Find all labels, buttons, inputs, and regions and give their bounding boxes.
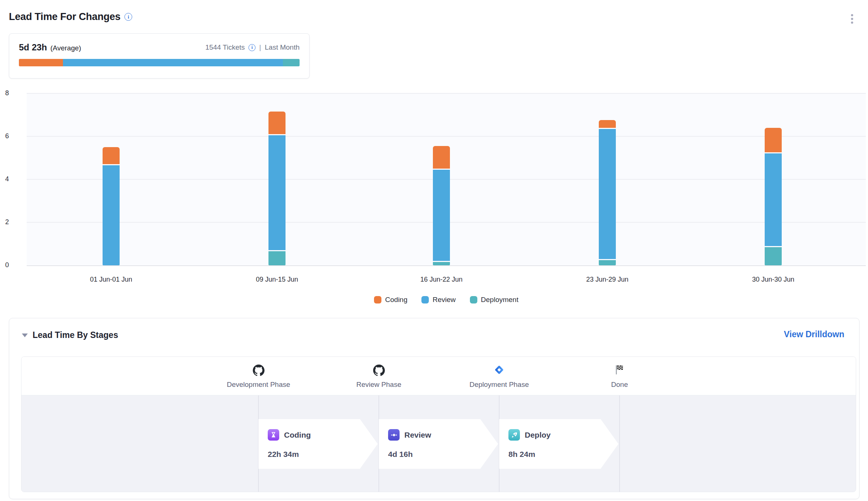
period-label: Last Month [265,43,300,52]
column-divider [619,395,620,492]
segment-coding [599,120,616,127]
checkered-flag-icon [571,364,668,377]
segment-review [599,129,616,259]
x-tick-label: 16 Jun-22 Jun [386,276,497,283]
rocket-icon [508,429,520,441]
summary-bar-segment-review [63,59,283,66]
y-tick-label: 8 [5,89,19,97]
x-tick-label: 30 Jun-30 Jun [718,276,829,283]
legend-label: Review [433,296,455,304]
phase-label: Deployment Phase [451,381,547,389]
stages-title: Lead Time By Stages [33,330,118,340]
segment-deployment [599,260,616,266]
stage-duration: 4d 16h [388,450,498,459]
stage-duration: 8h 24m [508,450,618,459]
legend-chip [374,296,381,303]
bar-16 Jun-22 Jun[interactable] [433,93,450,265]
stacked-bar-chart [27,93,866,265]
x-tick-label: 01 Jun-01 Jun [56,276,167,283]
segment-deployment [268,251,286,265]
bar-30 Jun-30 Jun[interactable] [765,93,782,265]
bar-09 Jun-15 Jun[interactable] [268,93,286,265]
segment-coding [765,128,782,153]
summary-top-row: 5d 23h (Average) 1544 Tickets i | Last M… [19,42,300,53]
page-title: Lead Time For Changes [9,11,120,23]
segment-coding [103,147,120,164]
stage-label: Coding [284,431,311,439]
legend-label: Coding [385,296,407,304]
summary-average: 5d 23h (Average) [19,42,81,53]
stage-table: Development PhaseReview PhaseDeployment … [21,356,856,492]
y-tick-label: 0 [5,261,19,269]
phase-done: Done [571,357,668,389]
jira-icon [451,364,547,377]
summary-distribution-bar [19,59,300,66]
phase-label: Done [571,381,668,389]
stage-label: Review [404,431,431,439]
summary-bar-segment-coding [19,59,63,66]
stage-card-review[interactable]: Review4d 16h [379,419,498,469]
bar-01 Jun-01 Jun[interactable] [103,93,120,265]
stage-card-deploy[interactable]: Deploy8h 24m [499,419,618,469]
y-tick-label: 2 [5,218,19,226]
segment-coding [433,146,450,169]
phase-review-phase: Review Phase [331,357,427,389]
view-drilldown-link[interactable]: View Drilldown [784,329,844,339]
x-axis: 01 Jun-01 Jun09 Jun-15 Jun16 Jun-22 Jun2… [27,276,866,287]
legend-item-coding[interactable]: Coding [374,296,407,304]
legend-item-review[interactable]: Review [421,296,455,304]
legend-item-deployment[interactable]: Deployment [470,296,518,304]
lead-time-by-stages-card: Lead Time By Stages View Drilldown Devel… [9,318,859,499]
summary-meta: 1544 Tickets i | Last Month [205,43,300,52]
segment-coding [268,112,286,134]
info-icon[interactable]: i [124,13,132,21]
lead-time-dashboard: Lead Time For Changes i 5d 23h (Average)… [0,0,868,501]
stage-card-head: Review [388,429,498,441]
stage-card-head: Deploy [508,429,618,441]
average-label: (Average) [50,44,81,52]
y-tick-label: 4 [5,175,19,183]
collapse-caret-icon[interactable] [22,334,28,337]
average-value: 5d 23h [19,42,47,53]
segment-review [268,135,286,250]
github-icon [210,364,307,377]
header: Lead Time For Changes i [9,11,132,23]
segment-deployment [765,247,782,265]
segment-deployment [433,262,450,265]
gridline [27,265,866,266]
phase-label: Development Phase [210,381,307,389]
summary-bar-segment-deployment [283,59,300,66]
segment-review [433,170,450,261]
kebab-menu-icon[interactable] [849,13,855,25]
bar-23 Jun-29 Jun[interactable] [599,93,616,265]
stage-label: Deploy [525,431,551,439]
tickets-count: 1544 Tickets [205,43,245,52]
summary-card: 5d 23h (Average) 1544 Tickets i | Last M… [9,33,310,79]
x-tick-label: 09 Jun-15 Jun [221,276,333,283]
phase-header-row: Development PhaseReview PhaseDeployment … [21,357,856,395]
stage-duration: 22h 34m [268,450,378,459]
phase-deployment-phase: Deployment Phase [451,357,547,389]
tickets-info-icon[interactable]: i [248,44,256,51]
y-tick-label: 6 [5,132,19,140]
segment-review [103,165,120,265]
segment-review [765,153,782,246]
chart-legend: CodingReviewDeployment [27,296,866,304]
phase-development-phase: Development Phase [210,357,307,389]
legend-label: Deployment [481,296,518,304]
separator: | [259,43,261,52]
stage-card-coding[interactable]: Coding22h 34m [258,419,378,469]
legend-chip [470,296,477,303]
commit-diamond-icon [388,429,400,441]
x-tick-label: 23 Jun-29 Jun [552,276,663,283]
github-icon [331,364,427,377]
hourglass-icon [268,429,279,441]
stages-header: Lead Time By Stages [22,330,118,340]
phase-label: Review Phase [331,381,427,389]
stage-card-head: Coding [268,429,378,441]
legend-chip [421,296,429,303]
stage-timeline: Coding22h 34mReview4d 16hDeploy8h 24m [21,395,856,492]
